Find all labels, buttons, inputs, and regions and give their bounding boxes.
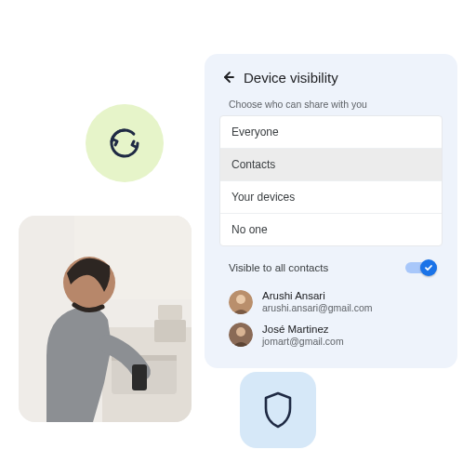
avatar <box>229 323 253 347</box>
arrow-left-icon <box>220 70 235 85</box>
option-no-one[interactable]: No one <box>220 213 442 245</box>
shield-icon <box>262 391 294 429</box>
sync-badge <box>86 104 164 182</box>
sync-icon <box>104 123 145 164</box>
svg-rect-6 <box>132 364 147 390</box>
contact-name: Arushi Ansari <box>262 289 373 302</box>
avatar <box>229 290 253 314</box>
panel-title: Device visibility <box>244 70 338 86</box>
panel-header: Device visibility <box>219 69 443 86</box>
lifestyle-photo <box>19 216 192 422</box>
svg-point-10 <box>236 295 245 304</box>
shield-badge <box>240 372 316 448</box>
check-icon <box>424 263 433 272</box>
svg-point-12 <box>236 327 245 337</box>
switch-knob <box>420 259 437 276</box>
visible-to-all-toggle[interactable] <box>405 259 437 276</box>
contact-email: jomart@gmail.com <box>262 336 344 348</box>
option-your-devices[interactable]: Your devices <box>220 180 442 213</box>
option-everyone[interactable]: Everyone <box>220 116 442 148</box>
contact-email: arushi.ansari@gmail.com <box>262 302 373 314</box>
contact-row[interactable]: José Martinez jomart@gmail.com <box>219 319 443 352</box>
svg-rect-8 <box>158 305 182 320</box>
device-visibility-panel: Device visibility Choose who can share w… <box>205 54 457 368</box>
visible-to-all-row: Visible to all contacts <box>219 259 443 276</box>
contact-name: José Martinez <box>262 323 344 336</box>
toggle-label: Visible to all contacts <box>229 262 328 273</box>
back-button[interactable] <box>219 69 236 86</box>
contact-text: Arushi Ansari arushi.ansari@gmail.com <box>262 289 373 315</box>
svg-rect-7 <box>154 320 186 342</box>
choose-label: Choose who can share with you <box>229 99 443 110</box>
contact-row[interactable]: Arushi Ansari arushi.ansari@gmail.com <box>219 285 443 319</box>
visibility-options: Everyone Contacts Your devices No one <box>219 115 443 246</box>
contact-text: José Martinez jomart@gmail.com <box>262 323 344 349</box>
option-contacts[interactable]: Contacts <box>220 148 442 180</box>
